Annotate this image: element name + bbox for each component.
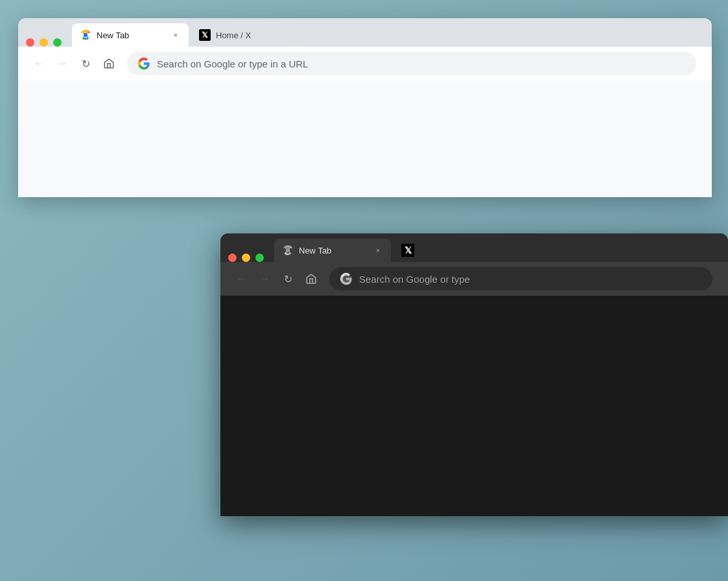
dark-reload-button[interactable]: ↻: [277, 268, 298, 289]
back-button[interactable]: ←: [29, 53, 49, 74]
maximize-button[interactable]: [53, 38, 62, 47]
page-content: [18, 80, 712, 197]
dark-tab-active-label: New Tab: [299, 246, 368, 255]
home-button[interactable]: [99, 53, 119, 74]
dark-tab-x[interactable]: 𝕏: [391, 239, 443, 262]
light-tabbar: New Tab × 𝕏 Home / X: [18, 18, 712, 47]
dark-omnibox[interactable]: Search on Google or type: [329, 267, 712, 290]
dark-back-button[interactable]: ←: [231, 268, 252, 289]
close-button[interactable]: [26, 38, 34, 47]
tab-strip: New Tab × 𝕏 Home / X: [72, 23, 704, 47]
dark-page-content: [220, 296, 728, 516]
svg-point-3: [286, 248, 290, 252]
dark-maximize-button[interactable]: [255, 254, 264, 262]
x-twitter-icon: 𝕏: [199, 29, 211, 41]
dark-minimize-button[interactable]: [242, 254, 250, 262]
dark-tab-new-tab[interactable]: New Tab ×: [274, 239, 391, 262]
light-toolbar: ← → ↻ Search on Google or type in a URL: [18, 47, 712, 80]
dark-browser: New Tab × 𝕏 ← → ↻: [220, 233, 728, 516]
forward-button[interactable]: →: [52, 53, 73, 74]
tab-new-tab[interactable]: New Tab ×: [72, 23, 189, 47]
tab-inactive-label: Home / X: [216, 30, 251, 40]
dark-tab-strip: New Tab × 𝕏: [274, 239, 720, 262]
dark-traffic-lights: [228, 254, 264, 262]
dark-google-icon: [340, 272, 353, 285]
minimize-button[interactable]: [40, 38, 48, 47]
dark-x-icon: 𝕏: [401, 244, 414, 257]
tab-close-button[interactable]: ×: [170, 30, 181, 40]
light-browser: New Tab × 𝕏 Home / X ← → ↻: [18, 18, 712, 197]
tab-active-label: New Tab: [97, 30, 165, 40]
dark-toolbar: ← → ↻ Search on Google or type: [220, 262, 728, 296]
dark-chrome-icon: [282, 244, 294, 256]
dark-tab-close-button[interactable]: ×: [373, 245, 383, 255]
dark-home-icon: [305, 273, 317, 285]
omnibox-placeholder: Search on Google or type in a URL: [157, 58, 308, 69]
chrome-icon: [80, 29, 91, 41]
dark-omnibox-placeholder: Search on Google or type: [359, 274, 470, 285]
light-traffic-lights: [26, 38, 62, 47]
dark-tabbar: New Tab × 𝕏: [220, 233, 728, 262]
tab-x-home[interactable]: 𝕏 Home / X: [189, 23, 292, 47]
google-icon: [137, 57, 150, 70]
svg-point-1: [84, 33, 88, 37]
omnibox[interactable]: Search on Google or type in a URL: [127, 52, 696, 75]
reload-button[interactable]: ↻: [75, 53, 96, 74]
home-icon: [103, 58, 115, 69]
dark-forward-button[interactable]: →: [254, 268, 275, 289]
dark-close-button[interactable]: [228, 254, 237, 262]
dark-home-button[interactable]: [301, 268, 322, 289]
